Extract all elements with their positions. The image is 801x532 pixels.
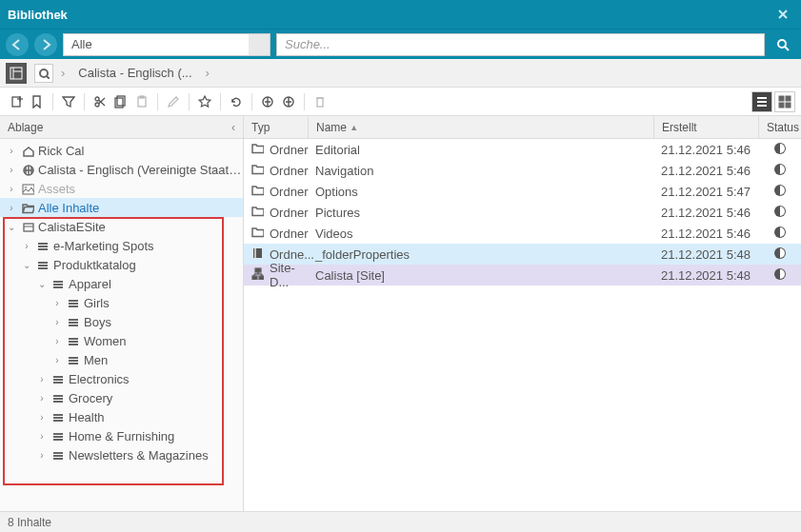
table-row[interactable]: OrdnerPictures21.12.2021 5:46 [244,202,801,223]
list-icon [51,278,65,290]
navbar: Alle [0,29,801,59]
cell-name: Videos [308,227,653,241]
table-row[interactable]: Site-D...Calista [Site]21.12.2021 5:48 [244,265,801,286]
tree-node-girls[interactable]: › Girls [0,293,243,312]
cell-erstellt: 21.12.2021 5:46 [653,227,758,241]
list-view-button[interactable] [751,91,772,112]
table-row[interactable]: OrdnerVideos21.12.2021 5:46 [244,223,801,244]
type-icon [251,205,264,220]
status-icon [773,226,787,242]
svg-rect-44 [317,98,323,107]
cell-name: _folderProperties [308,247,653,262]
tree-node-electronics[interactable]: › Electronics [0,369,243,388]
cell-name: Options [308,185,653,199]
tree-toggle-button[interactable] [6,63,27,84]
tree-node-health[interactable]: › Health [0,407,243,426]
paste-button[interactable] [131,89,152,114]
collapse-sidebar-button[interactable]: ‹ [231,121,235,134]
type-icon [251,226,264,241]
home-icon [21,145,34,157]
tree-node-alle-inhalte[interactable]: › Alle Inhalte [0,198,243,217]
back-button[interactable] [6,33,29,56]
cell-typ: Ordner [270,143,308,157]
cell-typ: Ordner [270,164,308,178]
search-button[interactable] [771,33,795,56]
status-icon [773,246,787,263]
tree-node-produktkatalog[interactable]: ⌄ Produktkatalog [0,255,243,274]
cell-erstellt: 21.12.2021 5:46 [653,206,758,220]
tree-node-boys[interactable]: › Boys [0,312,243,331]
table-row[interactable]: Ordne..._folderProperties21.12.2021 5:48 [244,244,801,265]
statusbar: 8 Inhalte [0,511,801,532]
list-icon [36,240,50,252]
search-toggle-button[interactable] [34,64,53,83]
tree-node-grocery[interactable]: › Grocery [0,388,243,407]
table-row[interactable]: OrdnerOptions21.12.2021 5:47 [244,181,801,202]
status-count: 8 Inhalte [8,516,51,529]
filter-value: Alle [71,37,249,51]
table-row[interactable]: OrdnerNavigation21.12.2021 5:46 [244,160,801,181]
col-status[interactable]: Status [758,116,801,138]
list-icon [67,297,80,309]
cell-typ: Site-D... [270,261,300,289]
tree: › Rick Cal › Calista - Englisch (Vereini… [0,139,243,511]
tree-node-calista[interactable]: › Calista - Englisch (Vereinigte Staaten… [0,160,243,179]
type-icon [251,163,264,178]
toolbar [0,88,801,116]
status-icon [773,267,787,284]
sidebar-title: Ablage [8,121,231,134]
cell-status [758,163,801,179]
status-icon [773,205,787,221]
col-name[interactable]: Name ▲ [308,116,653,138]
cell-erstellt: 21.12.2021 5:48 [653,247,758,262]
search-input[interactable] [277,34,764,55]
grid-view-button[interactable] [774,91,795,112]
list-icon [67,335,80,347]
tree-node-apparel[interactable]: ⌄ Apparel [0,274,243,293]
tree-node-men[interactable]: › Men [0,350,243,369]
tree-node-rick[interactable]: › Rick Cal [0,141,243,160]
search-field[interactable] [276,33,765,56]
forward-button[interactable] [34,33,57,56]
table-row[interactable]: OrdnerEditorial21.12.2021 5:46 [244,139,801,160]
close-button[interactable] [772,4,793,25]
bookmark-button[interactable] [27,89,48,114]
breadcrumb-item[interactable]: Calista - Englisch (... [72,66,197,80]
filter-button[interactable] [58,89,79,114]
tree-node-women[interactable]: › Women [0,331,243,350]
refresh-button[interactable] [226,89,247,114]
tree-node-home-furnishing[interactable]: › Home & Furnishing [0,426,243,445]
cell-name: Calista [Site] [308,268,653,283]
chevron-right-icon: › [206,66,210,80]
publish2-button[interactable] [278,89,299,114]
sort-asc-icon: ▲ [350,123,358,132]
cut-button[interactable] [90,89,110,114]
status-icon [773,142,787,158]
cell-status [758,184,801,200]
list-icon [51,373,65,385]
list-icon [51,392,65,404]
delete-button[interactable] [310,89,330,114]
edit-button[interactable] [163,89,184,114]
tree-node-emarketing[interactable]: › e-Marketing Spots [0,236,243,255]
chevron-right-icon: › [61,66,65,80]
tree-node-calistaesite[interactable]: ⌄ CalistaESite [0,217,243,236]
status-icon [773,163,787,179]
table-body: OrdnerEditorial21.12.2021 5:46OrdnerNavi… [244,139,801,511]
new-document-button[interactable] [6,89,27,114]
cell-status [758,267,801,284]
image-icon [21,183,34,195]
col-erstellt[interactable]: Erstellt [653,116,758,138]
cell-erstellt: 21.12.2021 5:48 [653,268,758,283]
main: Ablage ‹ › Rick Cal › Calista - Englisch… [0,116,801,511]
type-icon [251,246,264,262]
content: Typ Name ▲ Erstellt Status OrdnerEditori… [244,116,801,511]
filter-select[interactable]: Alle [63,33,270,56]
copy-button[interactable] [110,89,131,114]
publish-button[interactable] [257,89,278,114]
list-icon [51,411,65,424]
star-button[interactable] [194,89,215,114]
tree-node-newems[interactable]: › Newsletters & Magazines [0,445,243,464]
col-typ[interactable]: Typ [244,116,308,138]
tree-node-assets[interactable]: › Assets [0,179,243,198]
